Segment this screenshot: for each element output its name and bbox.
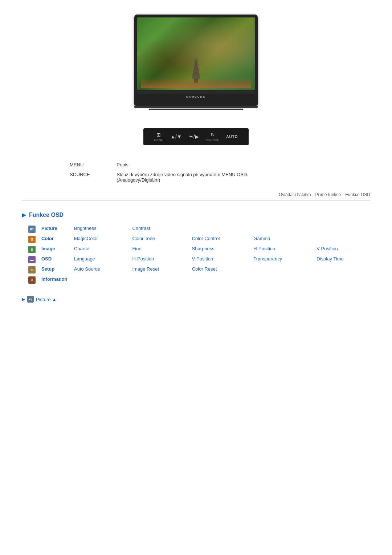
information-category[interactable]: Information [41,276,68,282]
vposition-image-link[interactable]: V-Position [317,246,338,251]
auto-button[interactable]: AUTO [226,135,238,139]
color-icon: ◎ [28,236,36,243]
picture-icon: Pz [28,226,36,233]
fine-link[interactable]: Fine [132,246,141,251]
auto-source-link[interactable]: Auto Source [74,266,100,272]
table-row: ▬ OSD Language H-Position V-Position Tra… [25,255,374,265]
funkce-osd-section: ▶ Funkce OSD Pz Picture Brightness Contr… [22,211,370,285]
menu-button[interactable]: ⊞ MENU [154,132,164,142]
funkce-osd-title: ▶ Funkce OSD [22,211,370,218]
monitor-screen [137,17,255,90]
source-icon: ↻ [206,132,219,138]
image-category[interactable]: Image [41,246,55,251]
language-link[interactable]: Language [74,256,95,262]
svg-rect-9 [195,54,197,57]
hposition-osd-link[interactable]: H-Position [132,256,154,262]
color-category[interactable]: Color [41,236,54,241]
table-row: ⊙ Information [25,275,374,285]
information-icon: ⊙ [28,276,36,284]
source-row-desc: Slouží k výběru zdroje video signálu při… [112,170,319,185]
table-row: ⊞ Setup Auto Source Image Reset Color Re… [25,265,374,275]
picture-breadcrumb-link[interactable]: Picture ▲ [36,297,57,302]
monitor-bottom-bar [137,91,255,94]
menu-icon: ⊞ [154,132,164,138]
osd-category[interactable]: OSD [41,256,52,262]
monitor-illustration: SAMSUNG [22,15,370,110]
setup-icon: ⊞ [28,266,36,274]
hposition-image-link[interactable]: H-Position [253,246,275,251]
adjust-button[interactable]: ▲/▼ [170,134,182,140]
breadcrumb-arrow-icon: ▶ [22,297,25,302]
display-time-link[interactable]: Display Time [317,256,343,262]
info-table: MENU Popis SOURCE Slouží k výběru zdroje… [65,160,319,185]
source-button[interactable]: ↻ SOURCE [206,132,219,142]
svg-rect-0 [194,79,198,83]
osd-table: Pz Picture Brightness Contrast ◎ Color [25,224,374,285]
menu-label: MENU [154,138,164,142]
brightness-link[interactable]: Brightness [74,226,96,231]
svg-rect-1 [192,75,200,79]
transparency-link[interactable]: Transparency [253,256,282,262]
picture-breadcrumb: ▶ Pz Picture ▲ [22,296,370,303]
color-reset-link[interactable]: Color Reset [192,266,217,272]
svg-rect-3 [193,70,199,75]
color-tone-link[interactable]: Color Tone [132,236,155,241]
brightness-icon: ☀/▶ [189,134,199,139]
table-row: Pz Picture Brightness Contrast [25,224,374,234]
image-icon: ⊕ [28,246,36,253]
svg-rect-5 [194,65,198,70]
monitor-stand [134,106,258,108]
color-control-link[interactable]: Color Control [192,236,220,241]
button-bar: ⊞ MENU ▲/▼ ☀/▶ ↻ SOURCE AUTO [143,128,249,145]
coarse-link[interactable]: Coarse [74,246,89,251]
source-label: SOURCE [206,138,219,142]
table-row: ⊕ Image Coarse Fine Sharpness H-Position [25,244,374,255]
image-reset-link[interactable]: Image Reset [132,266,159,272]
sharpness-link[interactable]: Sharpness [192,246,215,251]
funkce-osd-heading: Funkce OSD [29,212,64,218]
popis-col-header: Popis [112,160,319,170]
vposition-osd-link[interactable]: V-Position [192,256,213,262]
breadcrumb: Ovládací tlačítka Přímé funkce Funkce OS… [22,192,370,200]
monitor-frame: SAMSUNG [134,15,258,106]
brightness-button[interactable]: ☀/▶ [189,134,199,140]
svg-rect-7 [195,60,197,65]
table-row: ◎ Color MagicColor Color Tone Color Cont… [25,234,374,244]
contrast-link[interactable]: Contrast [132,226,150,231]
menu-col-header: MENU [65,160,112,170]
source-row-label: SOURCE [65,170,112,185]
magiccolor-link[interactable]: MagicColor [74,236,98,241]
pagoda-svg [185,54,207,83]
setup-category[interactable]: Setup [41,266,54,272]
gamma-link[interactable]: Gamma [253,236,270,241]
breadcrumb-item-1[interactable]: Ovládací tlačítka [279,192,311,197]
osd-icon: ▬ [28,256,36,263]
adjust-icon: ▲/▼ [170,134,182,139]
monitor-base [149,109,243,110]
breadcrumb-item-3[interactable]: Funkce OSD [345,192,370,197]
samsung-logo: SAMSUNG [137,95,255,98]
breadcrumb-item-2[interactable]: Přímé funkce [315,192,341,197]
section-arrow-icon: ▶ [22,211,26,218]
picture-breadcrumb-icon: Pz [27,296,34,303]
picture-category[interactable]: Picture [41,226,57,231]
